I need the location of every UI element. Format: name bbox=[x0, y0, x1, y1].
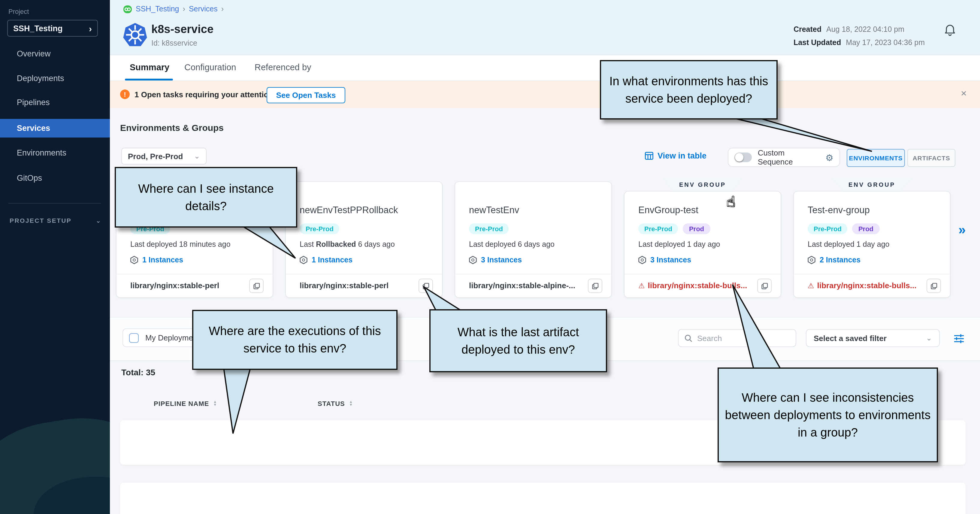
callout-instance-details: Where can I see instance details? bbox=[115, 167, 297, 228]
env-name: EnvGroup-test bbox=[638, 205, 698, 216]
instances-link[interactable]: 1 Instances bbox=[300, 256, 353, 264]
env-name: Test-env-group bbox=[808, 205, 870, 216]
callout-environments: In what environments has this service be… bbox=[600, 60, 778, 119]
callout-tail-environments bbox=[724, 116, 872, 151]
total-count: Total: 35 bbox=[121, 368, 155, 377]
instances-link[interactable]: 2 Instances bbox=[808, 256, 861, 264]
tab-configuration[interactable]: Configuration bbox=[185, 62, 236, 72]
divider bbox=[794, 274, 950, 274]
sidebar-item-environments[interactable]: Environments bbox=[0, 143, 110, 162]
view-in-table-label: View in table bbox=[657, 151, 706, 160]
copy-icon bbox=[422, 283, 429, 289]
env-scope-dropdown[interactable]: Prod, Pre-Prod ⌄ bbox=[121, 148, 207, 164]
chevron-down-icon: ⌄ bbox=[194, 152, 200, 160]
callout-inconsistencies: Where can I see inconsistencies between … bbox=[718, 368, 938, 462]
hexagon-pod-icon bbox=[808, 256, 816, 264]
sort-icon[interactable]: ▲▼ bbox=[349, 401, 353, 406]
page-title: k8s-service bbox=[151, 23, 213, 36]
close-icon[interactable]: × bbox=[961, 88, 967, 100]
environments-toggle-button[interactable]: ENVIRONMENTS bbox=[847, 149, 905, 167]
artifact-name: library/nginx:stable-alpine-... bbox=[469, 281, 575, 290]
sidebar-item-services[interactable]: Services bbox=[0, 119, 110, 137]
copy-artifact-button[interactable] bbox=[927, 278, 941, 293]
callout-last-artifact: What is the last artifact deployed to th… bbox=[430, 309, 607, 372]
custom-sequence-toggle[interactable] bbox=[734, 153, 752, 162]
artifacts-toggle-button[interactable]: ARTIFACTS bbox=[907, 149, 955, 167]
sort-icon[interactable]: ▲▼ bbox=[213, 401, 217, 406]
saved-filter-dropdown[interactable]: Select a saved filter ⌄ bbox=[806, 329, 940, 347]
scroll-right-chevron[interactable]: » bbox=[958, 222, 966, 238]
divider bbox=[116, 274, 273, 274]
created-label: Created bbox=[794, 25, 821, 33]
env-name: newEnvTestPPRollback bbox=[300, 205, 398, 216]
project-setup-section[interactable]: PROJECT SETUP ⌄ bbox=[10, 217, 101, 224]
project-label: Project bbox=[8, 8, 29, 15]
service-meta: CreatedAug 18, 2022 04:10 pm Last Update… bbox=[794, 23, 925, 49]
sidebar-item-gitops[interactable]: GitOps bbox=[0, 169, 110, 187]
preprod-badge: Pre-Prod bbox=[300, 223, 340, 234]
copy-icon bbox=[253, 283, 260, 289]
breadcrumb-project[interactable]: SSH_Testing bbox=[136, 5, 179, 13]
chevron-down-icon: ⌄ bbox=[926, 334, 932, 342]
sidebar-item-pipelines[interactable]: Pipelines bbox=[0, 93, 110, 112]
chevron-right-icon: › bbox=[89, 23, 92, 33]
column-header-status[interactable]: STATUS ▲▼ bbox=[318, 400, 353, 407]
warning-triangle-icon: ⚠ bbox=[808, 282, 814, 289]
custom-sequence-label: Custom Sequence bbox=[758, 148, 819, 166]
see-open-tasks-button[interactable]: See Open Tasks bbox=[267, 87, 345, 103]
artifact-name: library/nginx:stable-perl bbox=[300, 281, 388, 290]
instances-link[interactable]: 3 Instances bbox=[469, 256, 522, 264]
tab-summary[interactable]: Summary bbox=[130, 62, 169, 72]
last-deployed-text: Last deployed 1 day ago bbox=[638, 240, 720, 248]
chevron-right-icon: › bbox=[183, 5, 185, 13]
copy-artifact-button[interactable] bbox=[588, 278, 602, 293]
artifact-name-error: ⚠library/nginx:stable-bulls... bbox=[638, 281, 747, 290]
env-name: newTestEnv bbox=[469, 205, 519, 216]
divider bbox=[625, 274, 781, 274]
prod-badge: Prod bbox=[683, 223, 710, 234]
search-icon bbox=[684, 334, 692, 342]
copy-icon bbox=[931, 283, 937, 289]
env-group-ribbon: ENV GROUP bbox=[832, 178, 912, 191]
artifact-name: library/nginx:stable-perl bbox=[130, 281, 219, 290]
updated-value: May 17, 2023 04:36 pm bbox=[846, 38, 925, 47]
copy-artifact-button[interactable] bbox=[249, 278, 264, 293]
project-link-icon bbox=[123, 5, 132, 14]
search-input[interactable] bbox=[697, 334, 787, 342]
project-setup-label: PROJECT SETUP bbox=[10, 217, 72, 224]
sidebar: Project SSH_Testing › Overview Deploymen… bbox=[0, 0, 110, 514]
table-icon bbox=[645, 152, 653, 160]
artifact-name-error: ⚠library/nginx:stable-bulls... bbox=[808, 281, 916, 290]
instances-link[interactable]: 1 Instances bbox=[130, 256, 183, 264]
view-in-table-link[interactable]: View in table bbox=[645, 151, 706, 160]
my-deployments-checkbox[interactable] bbox=[129, 333, 139, 342]
hexagon-pod-icon bbox=[300, 256, 307, 264]
hexagon-pod-icon bbox=[638, 256, 646, 264]
chevron-right-icon: › bbox=[221, 5, 224, 13]
sidebar-item-deployments[interactable]: Deployments bbox=[0, 69, 110, 88]
project-selector[interactable]: SSH_Testing › bbox=[7, 20, 98, 37]
preprod-badge: Pre-Prod bbox=[638, 223, 678, 234]
gear-icon[interactable]: ⚙ bbox=[826, 153, 834, 162]
service-id: Id: k8sservice bbox=[151, 39, 197, 48]
preprod-badge: Pre-Prod bbox=[469, 223, 509, 234]
tab-referenced-by[interactable]: Referenced by bbox=[255, 62, 311, 72]
instances-link[interactable]: 3 Instances bbox=[638, 256, 691, 264]
last-deployed-text: Last deployed 18 minutes ago bbox=[130, 240, 231, 248]
breadcrumb-services[interactable]: Services bbox=[189, 5, 218, 13]
callout-executions: Where are the executions of this service… bbox=[192, 310, 398, 370]
hexagon-pod-icon bbox=[469, 256, 477, 264]
prod-badge: Prod bbox=[853, 223, 880, 234]
column-header-pipeline-name[interactable]: PIPELINE NAME ▲▼ bbox=[154, 400, 217, 407]
copy-artifact-button[interactable] bbox=[418, 278, 433, 293]
environments-groups-heading: Environments & Groups bbox=[120, 123, 224, 133]
copy-icon bbox=[761, 283, 768, 289]
updated-label: Last Updated bbox=[794, 38, 841, 47]
hexagon-pod-icon bbox=[130, 256, 138, 264]
filter-sliders-icon[interactable] bbox=[954, 334, 964, 344]
execution-row-26[interactable]: › k8s-service-test Execution Id: 26 ✓ SU… bbox=[120, 483, 966, 514]
sidebar-item-overview[interactable]: Overview bbox=[0, 45, 110, 63]
kubernetes-logo-icon bbox=[123, 22, 148, 48]
copy-artifact-button[interactable] bbox=[757, 278, 772, 293]
notifications-bell-icon[interactable] bbox=[944, 23, 956, 36]
